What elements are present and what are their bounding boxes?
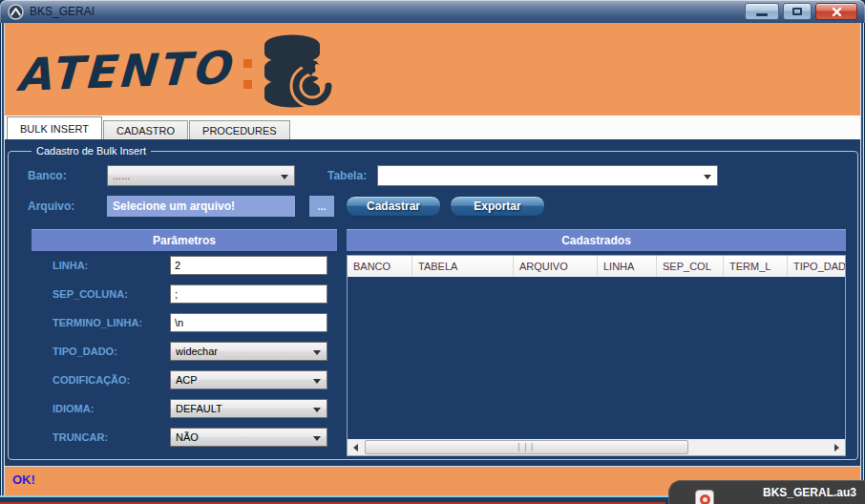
tab-strip: BULK INSERT CADASTRO PROCEDURES bbox=[5, 116, 860, 139]
column-header-tabela[interactable]: TABELA bbox=[412, 256, 514, 277]
chevron-down-icon bbox=[313, 436, 321, 441]
idioma-dropdown[interactable]: DEFAULT bbox=[170, 399, 327, 418]
scroll-left-arrow-icon[interactable] bbox=[348, 439, 364, 455]
cadastrar-button[interactable]: Cadastrar bbox=[346, 196, 441, 217]
param-row-termino-linha: TERMINO_LINHA: bbox=[32, 308, 337, 337]
autoit-app-icon bbox=[8, 4, 24, 20]
arquivo-field[interactable]: Selecione um arquivo! bbox=[107, 196, 295, 217]
param-row-codificacao: CODIFICAÇÃO: ACP bbox=[32, 366, 337, 394]
chevron-down-icon bbox=[281, 175, 288, 179]
sep-coluna-label: SEP_COLUNA: bbox=[32, 288, 170, 300]
cadastrados-header: Cadastrados bbox=[347, 229, 846, 251]
tipo-dado-label: TIPO_DADO: bbox=[32, 346, 170, 357]
column-header-arquivo[interactable]: ARQUIVO bbox=[514, 256, 598, 277]
column-header-linha[interactable]: LINHA bbox=[598, 256, 657, 277]
param-row-truncar: TRUNCAR: NÃO bbox=[32, 423, 337, 452]
termino-linha-input[interactable] bbox=[170, 313, 327, 332]
window-border-right bbox=[860, 23, 865, 495]
param-row-linha: LINHA: bbox=[32, 251, 337, 280]
maximize-icon bbox=[792, 8, 802, 15]
column-header-banco[interactable]: BANCO bbox=[348, 256, 412, 277]
close-icon bbox=[832, 7, 842, 17]
column-header-sep-col[interactable]: SEP_COL bbox=[657, 256, 724, 277]
cadastrados-table: BANCO TABELA ARQUIVO LINHA SEP_COL TERM_… bbox=[347, 255, 846, 456]
bulk-insert-page: Cadastro de Bulk Insert Banco: ...... Ta… bbox=[5, 139, 860, 466]
chevron-down-icon bbox=[313, 350, 321, 355]
maximize-button[interactable] bbox=[783, 3, 812, 20]
status-message: OK! bbox=[12, 472, 35, 487]
codificacao-value: ACP bbox=[176, 374, 198, 386]
banco-value: ...... bbox=[113, 170, 130, 181]
parametros-header: Parâmetros bbox=[32, 229, 337, 251]
brand-header: ATENTO bbox=[5, 23, 860, 116]
logo-colon bbox=[243, 59, 252, 89]
banco-dropdown[interactable]: ...... bbox=[107, 165, 295, 186]
table-body-empty bbox=[348, 277, 845, 439]
exportar-button[interactable]: Exportar bbox=[450, 196, 545, 217]
chevron-down-icon bbox=[313, 379, 321, 384]
tab-bulk-insert[interactable]: BULK INSERT bbox=[7, 116, 102, 139]
codificacao-label: CODIFICAÇÃO: bbox=[32, 374, 170, 386]
scrollbar-thumb[interactable]: ||| bbox=[365, 440, 688, 454]
table-header-row: BANCO TABELA ARQUIVO LINHA SEP_COL TERM_… bbox=[348, 256, 845, 277]
idioma-label: IDIOMA: bbox=[32, 403, 170, 414]
cadastro-groupbox: Cadastro de Bulk Insert Banco: ...... Ta… bbox=[8, 145, 858, 460]
truncar-label: TRUNCAR: bbox=[32, 431, 170, 443]
tray-tooltip-text: BKS_GERAL.au3 bbox=[763, 486, 865, 499]
codificacao-dropdown[interactable]: ACP bbox=[170, 370, 327, 389]
parametros-panel: Parâmetros LINHA: SEP_COLUNA: TERMINO_LI… bbox=[32, 229, 337, 456]
minimize-button[interactable] bbox=[745, 3, 779, 20]
tipo-dado-dropdown[interactable]: widechar bbox=[170, 342, 327, 361]
window-title: BKS_GERAI bbox=[30, 5, 95, 18]
tabela-label: Tabela: bbox=[327, 169, 377, 182]
atento-logo: ATENTO bbox=[15, 41, 233, 101]
linha-input[interactable] bbox=[170, 256, 327, 275]
truncar-value: NÃO bbox=[176, 431, 199, 443]
cadastrados-panel: Cadastrados BANCO TABELA ARQUIVO LINHA S… bbox=[347, 229, 846, 456]
tray-tooltip: BKS_GERAL.au3 bbox=[668, 480, 865, 504]
scroll-right-arrow-icon[interactable] bbox=[829, 439, 845, 455]
tab-cadastro[interactable]: CADASTRO bbox=[103, 120, 188, 139]
sep-coluna-input[interactable] bbox=[170, 284, 327, 304]
tipo-dado-value: widechar bbox=[176, 346, 218, 357]
param-row-sep-coluna: SEP_COLUNA: bbox=[32, 280, 337, 308]
horizontal-scrollbar[interactable]: ||| bbox=[348, 439, 845, 455]
chevron-down-icon bbox=[313, 408, 321, 412]
banco-label: Banco: bbox=[28, 169, 107, 182]
column-header-tipo-dado[interactable]: TIPO_DADO bbox=[788, 256, 845, 277]
param-row-tipo-dado: TIPO_DADO: widechar bbox=[32, 337, 337, 366]
autoit-tray-icon bbox=[695, 490, 714, 504]
truncar-dropdown[interactable]: NÃO bbox=[170, 428, 327, 447]
title-bar: BKS_GERAI bbox=[0, 0, 865, 23]
idioma-value: DEFAULT bbox=[176, 403, 222, 414]
termino-linha-label: TERMINO_LINHA: bbox=[32, 317, 170, 328]
tab-procedures[interactable]: PROCEDURES bbox=[189, 120, 290, 139]
chevron-down-icon bbox=[704, 175, 711, 179]
browse-button[interactable]: ... bbox=[309, 196, 334, 217]
minimize-icon bbox=[756, 13, 768, 16]
groupbox-title: Cadastro de Bulk Insert bbox=[32, 145, 151, 157]
linha-label: LINHA: bbox=[32, 260, 170, 271]
close-button[interactable] bbox=[815, 3, 857, 20]
app-window: BKS_GERAI ATENTO bbox=[0, 0, 865, 504]
arquivo-label: Arquivo: bbox=[28, 200, 107, 213]
database-refresh-icon bbox=[262, 32, 332, 109]
param-row-idioma: IDIOMA: DEFAULT bbox=[32, 394, 337, 423]
window-controls bbox=[745, 3, 857, 20]
tabela-dropdown[interactable] bbox=[377, 165, 718, 186]
column-header-term-l[interactable]: TERM_L bbox=[724, 256, 788, 277]
